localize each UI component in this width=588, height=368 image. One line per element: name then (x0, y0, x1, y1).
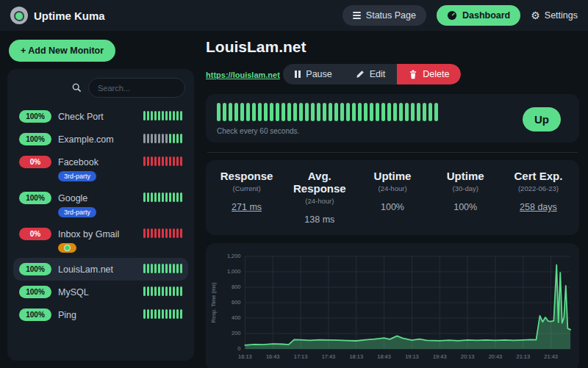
response-time-chart[interactable]: 02004006008001,0001,20016:1316:4317:1317… (207, 246, 578, 368)
svg-text:200: 200 (232, 330, 240, 336)
mini-heartbeat-bar (143, 134, 182, 143)
stat-subtitle: (Current) (210, 184, 283, 192)
sidebar: + Add New Monitor 100%Check Port100%Exam… (0, 31, 198, 368)
stats-row: Response(Current)271 msAvg. Response(24-… (206, 160, 579, 235)
mini-heartbeat-bar (143, 286, 182, 296)
stat-value: 100% (429, 202, 502, 212)
brand: Uptime Kuma (10, 7, 105, 24)
search-icon (72, 83, 82, 93)
mini-heartbeat-bar (143, 309, 182, 319)
edit-label: Edit (370, 69, 386, 79)
divider (207, 152, 578, 153)
stat-title: Avg. Response (283, 170, 356, 195)
stat-title: Uptime (429, 170, 502, 182)
status-badge: Up (523, 107, 561, 131)
stat-subtitle: (30-day) (429, 184, 502, 192)
uptime-badge: 0% (19, 156, 51, 168)
mini-heartbeat-bar (143, 192, 182, 202)
svg-text:1,000: 1,000 (227, 268, 241, 275)
stat-value: 138 ms (283, 214, 356, 225)
monitor-item[interactable]: 100%LouisLam.net (13, 258, 188, 281)
svg-text:20:13: 20:13 (461, 353, 475, 360)
monitor-name: Example.com (58, 134, 114, 145)
delete-button[interactable]: Delete (397, 64, 461, 84)
svg-text:18:13: 18:13 (349, 353, 363, 360)
monitor-name: Ping (58, 310, 76, 320)
stat-cert-exp-: Cert Exp.(2022-06-23)258 days (502, 170, 575, 225)
hero-panel: Check every 60 seconds. Up (206, 94, 579, 142)
monitor-name: Google (58, 193, 87, 203)
svg-text:1,200: 1,200 (227, 253, 241, 259)
monitor-tags (58, 243, 143, 253)
svg-text:16:13: 16:13 (238, 353, 252, 360)
navbar-actions: Status Page Dashboard ⚙ Settings (343, 5, 578, 26)
svg-text:20:43: 20:43 (489, 353, 503, 360)
monitor-item[interactable]: 100%Check Port (13, 105, 188, 128)
check-interval-text: Check every 60 seconds. (217, 127, 523, 135)
monitor-item[interactable]: 0%Inbox by Gmail (13, 223, 188, 258)
svg-text:19:13: 19:13 (405, 353, 419, 360)
svg-text:600: 600 (232, 299, 240, 306)
search-row (13, 76, 188, 105)
monitor-tags: 3rd-party (58, 207, 143, 217)
stat-uptime: Uptime(24-hour)100% (356, 170, 429, 225)
stat-subtitle: (24-hour) (283, 197, 356, 205)
stat-uptime: Uptime(30-day)100% (429, 170, 502, 225)
stat-value[interactable]: 271 ms (210, 202, 283, 212)
delete-label: Delete (423, 69, 449, 79)
monitor-item[interactable]: 100%Google3rd-party (13, 187, 188, 223)
stat-response: Response(Current)271 ms (210, 170, 283, 225)
add-new-monitor-button[interactable]: + Add New Monitor (9, 40, 115, 62)
mini-heartbeat-bar (143, 156, 182, 166)
pause-button[interactable]: Pause (283, 64, 343, 84)
uptime-badge: 100% (19, 133, 51, 145)
stat-value[interactable]: 258 days (502, 202, 575, 212)
monitor-name: Inbox by Gmail (58, 229, 119, 239)
svg-text:0: 0 (237, 345, 240, 352)
monitor-url-link[interactable]: https://louislam.net (206, 71, 280, 79)
edit-button[interactable]: Edit (344, 64, 398, 84)
monitor-item[interactable]: 100%MySQL (13, 281, 188, 303)
svg-text:400: 400 (232, 314, 240, 321)
dashboard-button[interactable]: Dashboard (437, 5, 520, 26)
stat-title: Cert Exp. (502, 170, 575, 182)
uptime-badge: 100% (19, 286, 51, 298)
monitor-name: MySQL (58, 287, 89, 297)
heartbeat-bar[interactable] (217, 103, 523, 121)
svg-text:21:43: 21:43 (544, 353, 558, 360)
tag-dot-icon (64, 245, 71, 251)
monitor-name: Facebook (58, 157, 98, 167)
uptime-badge: 100% (19, 263, 51, 275)
page-title: LouisLam.net (206, 38, 579, 56)
monitor-list: 100%Check Port100%Example.com0%Facebook3… (13, 105, 188, 326)
monitor-item[interactable]: 0%Facebook3rd-party (13, 151, 188, 187)
settings-button[interactable]: ⚙ Settings (531, 10, 578, 21)
tag-badge: 3rd-party (58, 207, 96, 217)
stat-subtitle: (24-hour) (356, 184, 429, 192)
monitor-item[interactable]: 100%Ping (13, 303, 188, 326)
uptime-badge: 100% (19, 309, 51, 321)
stat-subtitle: (2022-06-23) (502, 184, 575, 192)
mini-heartbeat-bar (143, 264, 182, 273)
pencil-icon (356, 70, 365, 79)
dashboard-label: Dashboard (462, 10, 510, 21)
monitor-name: LouisLam.net (58, 264, 113, 275)
monitor-tags: 3rd-party (58, 171, 143, 181)
stat-value: 100% (356, 202, 429, 212)
search-input[interactable] (88, 78, 185, 98)
stat-avg-response: Avg. Response(24-hour)138 ms (283, 170, 356, 225)
tag-badge (58, 243, 76, 253)
brand-name: Uptime Kuma (34, 10, 105, 22)
svg-text:19:43: 19:43 (433, 353, 447, 360)
response-chart-panel: 02004006008001,0001,20016:1316:4317:1317… (206, 243, 579, 368)
uptime-kuma-logo-icon (10, 7, 28, 24)
status-page-button[interactable]: Status Page (343, 5, 426, 26)
uptime-badge: 100% (19, 192, 51, 204)
monitor-item[interactable]: 100%Example.com (13, 128, 188, 151)
monitor-name: Check Port (58, 112, 104, 122)
svg-text:16:43: 16:43 (266, 353, 280, 360)
trash-icon (409, 70, 417, 79)
mini-heartbeat-bar (143, 228, 182, 238)
status-page-label: Status Page (366, 10, 416, 21)
gauge-icon (447, 10, 457, 21)
